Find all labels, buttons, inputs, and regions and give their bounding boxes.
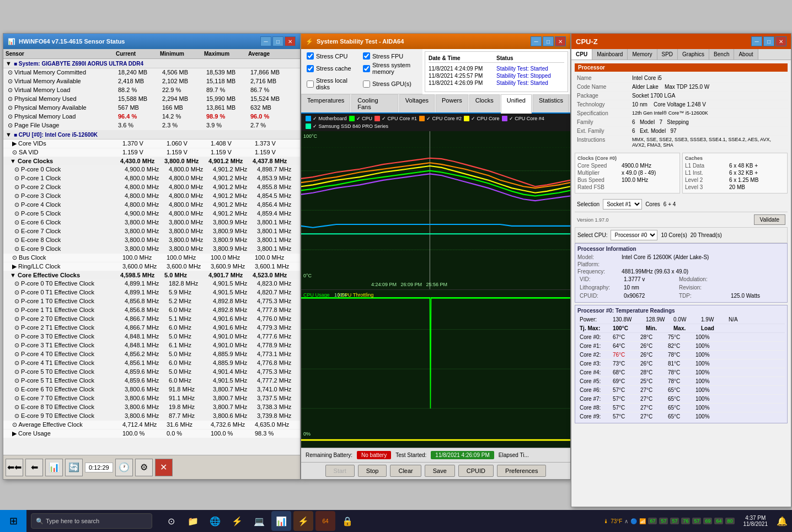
- select-cpu-label: Select CPU:: [577, 232, 607, 238]
- stress-options: Stress CPU Stress FPU Stress cache Stres…: [301, 49, 422, 94]
- socket-select[interactable]: Socket #1: [603, 199, 642, 209]
- core-clocks-group[interactable]: ▼ Core Clocks 4,430.0 MHz3,800.0 MHz4,90…: [3, 157, 300, 165]
- cpuz-tab-memory[interactable]: Memory: [628, 49, 657, 60]
- stress-memory-input[interactable]: [363, 65, 370, 72]
- chart-time-range: 4:24:09 PM 26:09 PM 25:56 PM: [371, 282, 500, 287]
- cpuid-button[interactable]: CPUID: [458, 465, 494, 477]
- hwinfo-table-header: Sensor Current Minimum Maximum Average: [3, 49, 300, 59]
- hwinfo-close-button[interactable]: ✕: [285, 36, 296, 46]
- stress-fpu-input[interactable]: [363, 52, 370, 60]
- date-status-panel: Date & Time Status 11/8/2021 4:24:09 PM …: [425, 51, 568, 92]
- system-group[interactable]: ▼ ■ System: GIGABYTE Z690I AORUS ULTRA D…: [3, 59, 300, 68]
- tab-statistics[interactable]: Statistics: [533, 94, 569, 112]
- aida-minimize-button[interactable]: ─: [531, 36, 542, 46]
- notification-button[interactable]: 🔔: [772, 511, 792, 531]
- stress-cpu-input[interactable]: [307, 52, 314, 60]
- tab-voltages[interactable]: Voltages: [399, 94, 435, 112]
- stress-memory-check[interactable]: Stress system memory: [363, 62, 417, 75]
- edge-icon[interactable]: 🌐: [205, 511, 225, 531]
- cpuz-taskbar-icon[interactable]: 64: [315, 511, 335, 531]
- tab-powers[interactable]: Powers: [436, 94, 468, 112]
- cpuz-tabs: CPU Mainboard Memory SPD Graphics Bench …: [571, 49, 791, 60]
- tab-unified[interactable]: Unified: [501, 94, 532, 114]
- table-row: ⊙ P-core 2 T0 Effective Clock 4,866.7 MH…: [3, 315, 300, 324]
- toolbar-settings-button[interactable]: ⚙: [135, 459, 153, 476]
- stress-cache-check[interactable]: Stress cache: [307, 62, 361, 75]
- aida-window: ⚡ System Stability Test - AIDA64 ─ □ ✕ S…: [301, 33, 571, 480]
- cpuz-tab-graphics[interactable]: Graphics: [678, 49, 709, 60]
- chart-area: ✓ Motherboard ✓ CPU ✓ CPU Core #1 ✓ CPU …: [301, 114, 570, 448]
- app-icon-2[interactable]: 💻: [249, 511, 269, 531]
- hwinfo-scroll[interactable]: ▼ ■ System: GIGABYTE Z690I AORUS ULTRA D…: [3, 59, 300, 455]
- processor-select[interactable]: Processor #0: [611, 230, 657, 240]
- app-icon-1[interactable]: ⚡: [227, 511, 247, 531]
- preferences-button[interactable]: Preferences: [497, 465, 546, 477]
- hwinfo-maximize-button[interactable]: □: [272, 36, 283, 46]
- toolbar-back-button[interactable]: ⬅⬅: [6, 459, 23, 476]
- aida-close-button[interactable]: ✕: [555, 36, 566, 46]
- legend-cpu-core2-label: ✓ CPU Core #2: [426, 116, 462, 121]
- toolbar-clock-button[interactable]: 🕐: [115, 459, 133, 476]
- aida-taskbar-icon[interactable]: ⚡: [293, 511, 313, 531]
- cpuz-tab-about[interactable]: About: [734, 49, 758, 60]
- table-row: ▶ Core VIDs 1.370 V1.060 V1.408 V1.373 V: [3, 139, 300, 148]
- validate-button[interactable]: Validate: [754, 214, 785, 225]
- cpuz-tab-mainboard[interactable]: Mainboard: [592, 49, 628, 60]
- table-row: ⊙ E-core 6 Clock 3,800.0 MHz3,800.0 MHz3…: [3, 218, 300, 227]
- clear-button[interactable]: Clear: [390, 465, 421, 477]
- temp-badge-8: 80: [725, 518, 734, 524]
- cpuz-minimize-button[interactable]: ─: [751, 36, 762, 46]
- toolbar-close-button[interactable]: ✕: [155, 459, 173, 476]
- table-row: ⊙ E-core 7 T0 Effective Clock 3,800.6 MH…: [3, 394, 300, 403]
- search-bar[interactable]: 🔍 Type here to search: [31, 513, 152, 529]
- hwinfo-minimize-button[interactable]: ─: [260, 36, 271, 46]
- bluetooth-icon: 🔵: [630, 518, 637, 524]
- core-effective-clocks-group[interactable]: ▼ Core Effective Clocks 4,598.5 MHz5.0 M…: [3, 271, 300, 280]
- save-button[interactable]: Save: [425, 465, 455, 477]
- test-started-value: 11/8/2021 4:26:09 PM: [431, 451, 494, 459]
- cpuz-tab-cpu[interactable]: CPU: [571, 49, 592, 60]
- toolbar-export-button[interactable]: 📊: [45, 459, 63, 476]
- stop-button[interactable]: Stop: [358, 465, 387, 477]
- date-row-2: 11/8/2021 4:26:09 PM Stability Test: Sta…: [429, 79, 564, 87]
- stress-disks-check[interactable]: Stress local disks: [307, 77, 361, 90]
- app-icon-3[interactable]: 🔒: [338, 511, 357, 531]
- cpu-group[interactable]: ▼ ■ CPU [#0]: Intel Core i5-12600K: [3, 130, 300, 139]
- cpuz-processor-section: Processor Name Intel Core i5 Code Name A…: [575, 63, 788, 149]
- tab-cooling-fans[interactable]: Cooling Fans: [351, 94, 398, 112]
- start-button[interactable]: ⊞: [0, 510, 26, 532]
- taskview-button[interactable]: ⊙: [161, 511, 181, 531]
- start-button[interactable]: Start: [325, 465, 355, 477]
- cpuz-multiplier-row: Multiplier x 49.0 (8 - 49): [577, 169, 677, 176]
- stress-cache-input[interactable]: [307, 65, 314, 72]
- tab-clocks[interactable]: Clocks: [469, 94, 500, 112]
- file-explorer-icon[interactable]: 📁: [183, 511, 203, 531]
- stress-gpu-check[interactable]: Stress GPU(s): [363, 77, 417, 90]
- temp-readings-title: Processor #0: Temperature Readings: [577, 308, 785, 314]
- cpuz-close-button[interactable]: ✕: [775, 36, 786, 46]
- cpuz-maximize-button[interactable]: □: [763, 36, 774, 46]
- cpuz-tab-spd[interactable]: SPD: [657, 49, 678, 60]
- stress-disks-input[interactable]: [307, 80, 314, 88]
- elapsed-label: Elapsed Ti...: [499, 452, 529, 458]
- hwinfo-taskbar-icon[interactable]: 📊: [271, 511, 291, 531]
- toolbar-reset-button[interactable]: 🔄: [65, 459, 83, 476]
- tab-temperatures[interactable]: Temperatures: [301, 94, 350, 112]
- legend-ssd-color: [306, 123, 311, 129]
- legend-cpu-core: ✓ CPU Core: [464, 116, 500, 121]
- stress-fpu-check[interactable]: Stress FPU: [363, 52, 417, 60]
- core2-row: Core #2: 76°C26°C78°C100%: [577, 351, 785, 359]
- table-row: ⊙ P-core 0 T1 Effective Clock 4,899.1 MH…: [3, 288, 300, 297]
- cpuz-tab-bench[interactable]: Bench: [709, 49, 734, 60]
- proc-platform-row: Platform:: [577, 261, 785, 268]
- battery-value: No battery: [357, 451, 391, 459]
- stress-gpu-input[interactable]: [363, 80, 370, 88]
- stress-cpu-check[interactable]: Stress CPU: [307, 52, 361, 60]
- aida-maximize-button[interactable]: □: [543, 36, 554, 46]
- group-expand-icon: ▼: [6, 60, 12, 67]
- cpuz-content: Processor Name Intel Core i5 Code Name A…: [571, 60, 791, 507]
- aida-content: Stress CPU Stress FPU Stress cache Stres…: [301, 49, 570, 448]
- toolbar-forward-button[interactable]: ⬅: [25, 459, 43, 476]
- chart-grid-25: [301, 250, 570, 250]
- aida-icon: ⚡: [306, 38, 313, 45]
